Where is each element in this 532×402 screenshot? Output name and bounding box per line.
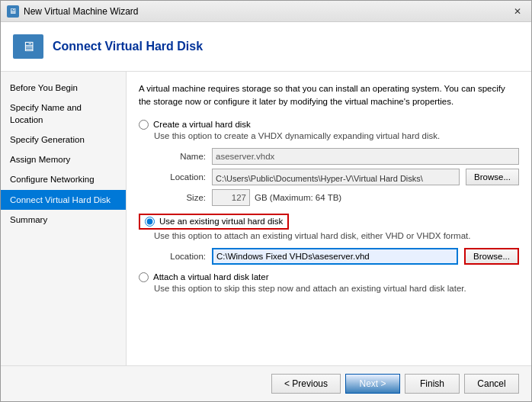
- description-text: A virtual machine requires storage so th…: [139, 82, 519, 109]
- option1-label[interactable]: Create a virtual hard disk: [139, 120, 519, 130]
- sidebar-item-before-you-begin[interactable]: Before You Begin: [1, 78, 126, 98]
- option1-radio[interactable]: [139, 120, 149, 130]
- sidebar-item-assign-memory[interactable]: Assign Memory: [1, 150, 126, 169]
- option1-desc: Use this option to create a VHDX dynamic…: [154, 130, 519, 142]
- option3-section: Attach a virtual hard disk later Use thi…: [139, 272, 519, 294]
- title-bar: 🖥 New Virtual Machine Wizard ✕: [1, 1, 531, 22]
- option2-section: Use an existing virtual hard disk Use th…: [139, 214, 519, 265]
- option1-name-label: Name:: [154, 152, 206, 161]
- option2-desc: Use this option to attach an existing vi…: [154, 230, 519, 242]
- previous-button[interactable]: < Previous: [271, 374, 341, 394]
- header-icon: 🖥: [13, 34, 43, 59]
- option1-size-unit: GB (Maximum: 64 TB): [255, 193, 341, 202]
- sidebar: Before You Begin Specify Name and Locati…: [1, 72, 127, 365]
- option2-label[interactable]: Use an existing virtual hard disk: [139, 214, 289, 230]
- option2-form: Location: Browse...: [154, 248, 519, 265]
- sidebar-item-configure-networking[interactable]: Configure Networking: [1, 169, 126, 189]
- option2-location-label: Location:: [154, 252, 206, 261]
- option1-form: Name: Location: C:\Users\Public\Document…: [154, 148, 519, 206]
- main-content: A virtual machine requires storage so th…: [127, 72, 531, 365]
- option1-section: Create a virtual hard disk Use this opti…: [139, 120, 519, 206]
- option3-desc: Use this option to skip this step now an…: [154, 282, 519, 294]
- sidebar-item-connect-virtual-hard-disk[interactable]: Connect Virtual Hard Disk: [1, 190, 126, 210]
- title-bar-left: 🖥 New Virtual Machine Wizard: [7, 5, 139, 18]
- close-button[interactable]: ✕: [510, 4, 525, 19]
- option3-radio[interactable]: [139, 272, 149, 282]
- finish-button[interactable]: Finish: [405, 374, 460, 394]
- option1-size-inputs: GB (Maximum: 64 TB): [212, 189, 341, 206]
- window-title: New Virtual Machine Wizard: [24, 6, 139, 17]
- option2-location-input[interactable]: [212, 248, 458, 265]
- option1-size-row: Size: GB (Maximum: 64 TB): [154, 189, 519, 206]
- option1-name-row: Name:: [154, 148, 519, 165]
- sidebar-item-specify-name-location[interactable]: Specify Name and Location: [1, 98, 126, 130]
- content-area: Before You Begin Specify Name and Locati…: [1, 72, 531, 365]
- option2-browse-button[interactable]: Browse...: [464, 248, 519, 265]
- option1-location-row: Location: C:\Users\Public\Documents\Hype…: [154, 169, 519, 185]
- option1-size-label: Size:: [154, 193, 206, 202]
- page-header: 🖥 Connect Virtual Hard Disk: [1, 22, 531, 72]
- wizard-window: 🖥 New Virtual Machine Wizard ✕ 🖥 Connect…: [0, 0, 532, 402]
- window-icon: 🖥: [7, 5, 19, 18]
- option1-browse-button[interactable]: Browse...: [466, 169, 519, 185]
- option1-name-input[interactable]: [212, 148, 519, 165]
- sidebar-item-summary[interactable]: Summary: [1, 210, 126, 230]
- page-title: Connect Virtual Hard Disk: [53, 40, 203, 53]
- option1-size-input[interactable]: [212, 189, 250, 206]
- option2-location-row: Location: Browse...: [154, 248, 519, 265]
- cancel-button[interactable]: Cancel: [464, 374, 519, 394]
- next-button[interactable]: Next >: [345, 374, 400, 394]
- option1-location-label: Location:: [154, 172, 206, 182]
- option1-location-value: C:\Users\Public\Documents\Hyper-V\Virtua…: [212, 169, 460, 185]
- option2-radio[interactable]: [145, 217, 155, 227]
- sidebar-item-specify-generation[interactable]: Specify Generation: [1, 130, 126, 150]
- option3-label[interactable]: Attach a virtual hard disk later: [139, 272, 519, 282]
- footer: < Previous Next > Finish Cancel: [1, 365, 531, 401]
